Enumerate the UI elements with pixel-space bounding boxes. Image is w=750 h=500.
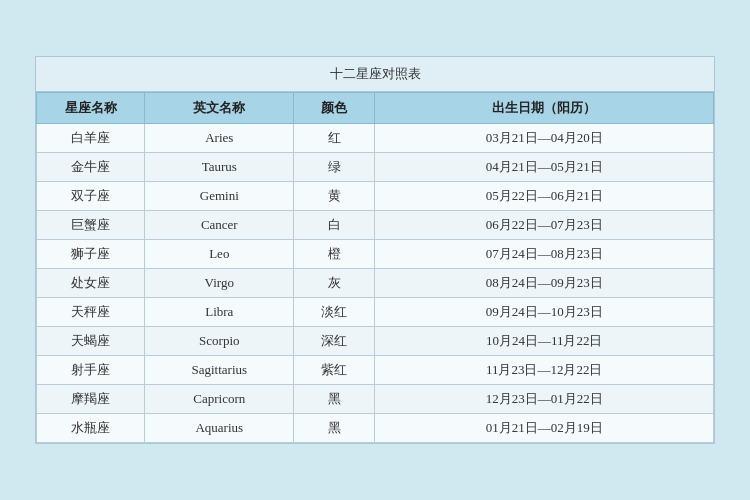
cell-color: 深红 <box>294 327 375 356</box>
cell-zh-name: 天秤座 <box>37 298 145 327</box>
cell-date: 11月23日—12月22日 <box>375 356 714 385</box>
cell-en-name: Libra <box>145 298 294 327</box>
cell-date: 04月21日—05月21日 <box>375 153 714 182</box>
cell-color: 绿 <box>294 153 375 182</box>
table-row: 金牛座Taurus绿04月21日—05月21日 <box>37 153 714 182</box>
cell-zh-name: 双子座 <box>37 182 145 211</box>
table-row: 双子座Gemini黄05月22日—06月21日 <box>37 182 714 211</box>
cell-zh-name: 白羊座 <box>37 124 145 153</box>
table-row: 水瓶座Aquarius黑01月21日—02月19日 <box>37 414 714 443</box>
cell-en-name: Sagittarius <box>145 356 294 385</box>
table-row: 白羊座Aries红03月21日—04月20日 <box>37 124 714 153</box>
cell-color: 黑 <box>294 385 375 414</box>
cell-color: 灰 <box>294 269 375 298</box>
cell-zh-name: 巨蟹座 <box>37 211 145 240</box>
cell-en-name: Scorpio <box>145 327 294 356</box>
cell-zh-name: 狮子座 <box>37 240 145 269</box>
cell-date: 01月21日—02月19日 <box>375 414 714 443</box>
cell-en-name: Capricorn <box>145 385 294 414</box>
zodiac-table: 星座名称 英文名称 颜色 出生日期（阳历） 白羊座Aries红03月21日—04… <box>36 92 714 443</box>
table-row: 天蝎座Scorpio深红10月24日—11月22日 <box>37 327 714 356</box>
cell-en-name: Cancer <box>145 211 294 240</box>
header-en-name: 英文名称 <box>145 93 294 124</box>
main-container: 十二星座对照表 星座名称 英文名称 颜色 出生日期（阳历） 白羊座Aries红0… <box>35 56 715 444</box>
cell-zh-name: 金牛座 <box>37 153 145 182</box>
table-header-row: 星座名称 英文名称 颜色 出生日期（阳历） <box>37 93 714 124</box>
table-body: 白羊座Aries红03月21日—04月20日金牛座Taurus绿04月21日—0… <box>37 124 714 443</box>
cell-en-name: Taurus <box>145 153 294 182</box>
table-row: 巨蟹座Cancer白06月22日—07月23日 <box>37 211 714 240</box>
cell-color: 红 <box>294 124 375 153</box>
cell-date: 08月24日—09月23日 <box>375 269 714 298</box>
cell-color: 黑 <box>294 414 375 443</box>
cell-color: 橙 <box>294 240 375 269</box>
cell-color: 黄 <box>294 182 375 211</box>
cell-date: 12月23日—01月22日 <box>375 385 714 414</box>
header-zh-name: 星座名称 <box>37 93 145 124</box>
cell-zh-name: 射手座 <box>37 356 145 385</box>
page-title: 十二星座对照表 <box>36 57 714 92</box>
table-row: 摩羯座Capricorn黑12月23日—01月22日 <box>37 385 714 414</box>
cell-en-name: Virgo <box>145 269 294 298</box>
table-row: 射手座Sagittarius紫红11月23日—12月22日 <box>37 356 714 385</box>
cell-color: 淡红 <box>294 298 375 327</box>
cell-color: 紫红 <box>294 356 375 385</box>
cell-en-name: Aries <box>145 124 294 153</box>
cell-en-name: Aquarius <box>145 414 294 443</box>
cell-zh-name: 摩羯座 <box>37 385 145 414</box>
table-row: 狮子座Leo橙07月24日—08月23日 <box>37 240 714 269</box>
header-date: 出生日期（阳历） <box>375 93 714 124</box>
cell-zh-name: 水瓶座 <box>37 414 145 443</box>
cell-zh-name: 处女座 <box>37 269 145 298</box>
table-row: 处女座Virgo灰08月24日—09月23日 <box>37 269 714 298</box>
cell-date: 10月24日—11月22日 <box>375 327 714 356</box>
cell-date: 05月22日—06月21日 <box>375 182 714 211</box>
cell-date: 06月22日—07月23日 <box>375 211 714 240</box>
table-row: 天秤座Libra淡红09月24日—10月23日 <box>37 298 714 327</box>
cell-en-name: Gemini <box>145 182 294 211</box>
cell-date: 09月24日—10月23日 <box>375 298 714 327</box>
cell-date: 07月24日—08月23日 <box>375 240 714 269</box>
cell-color: 白 <box>294 211 375 240</box>
cell-zh-name: 天蝎座 <box>37 327 145 356</box>
cell-date: 03月21日—04月20日 <box>375 124 714 153</box>
header-color: 颜色 <box>294 93 375 124</box>
cell-en-name: Leo <box>145 240 294 269</box>
